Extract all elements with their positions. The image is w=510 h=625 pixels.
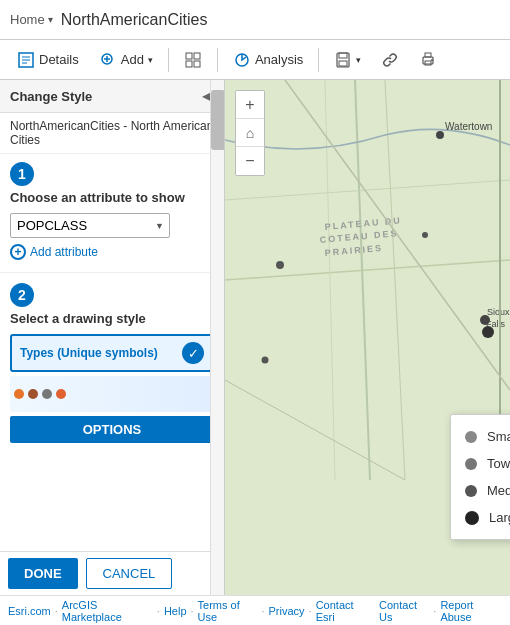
step2-circle: 2 <box>10 283 34 307</box>
style-preview <box>10 376 214 412</box>
town-dot <box>465 458 477 470</box>
analysis-button[interactable]: Analysis <box>224 46 312 74</box>
zoom-out-button[interactable]: − <box>236 147 264 175</box>
svg-rect-10 <box>194 61 200 67</box>
svg-point-18 <box>431 59 433 61</box>
svg-point-31 <box>422 232 428 238</box>
add-attribute-label: Add attribute <box>30 245 98 259</box>
help-link[interactable]: Help <box>164 605 187 617</box>
done-button[interactable]: DONE <box>8 558 78 589</box>
divider1 <box>0 272 224 273</box>
attribute-select-wrapper: POPCLASS <box>10 213 170 238</box>
toolbar: Details Add ▾ Analysis ▾ <box>0 40 510 80</box>
svg-point-30 <box>262 357 269 364</box>
cancel-button[interactable]: CANCEL <box>86 558 173 589</box>
save-icon <box>334 51 352 69</box>
watertown-dot <box>436 131 444 139</box>
privacy-link[interactable]: Privacy <box>269 605 305 617</box>
esri-link[interactable]: Esri.com <box>8 605 51 617</box>
step1-section: 1 Choose an attribute to show POPCLASS +… <box>0 154 224 268</box>
terms-link[interactable]: Terms of Use <box>198 599 258 623</box>
home-label: Home <box>10 12 45 27</box>
preview-dot-4 <box>56 389 66 399</box>
link-icon <box>381 51 399 69</box>
attribute-select[interactable]: POPCLASS <box>10 213 170 238</box>
add-attribute-link[interactable]: + Add attribute <box>10 244 214 260</box>
add-attr-icon: + <box>10 244 26 260</box>
analysis-label: Analysis <box>255 52 303 67</box>
home-chevron-icon: ▾ <box>48 14 53 25</box>
zoom-home-button[interactable]: ⌂ <box>236 119 264 147</box>
save-button[interactable]: ▾ <box>325 46 370 74</box>
separator3 <box>318 48 319 72</box>
contact-esri-link[interactable]: Contact Esri <box>316 599 371 623</box>
separator1 <box>168 48 169 72</box>
save-chevron-icon: ▾ <box>356 55 361 65</box>
page-title: NorthAmericanCities <box>61 11 208 29</box>
map-background: Watertown PLATEAU DU COTEAU DES PRAIRIES… <box>225 80 510 595</box>
svg-point-35 <box>482 326 494 338</box>
add-button[interactable]: Add ▾ <box>90 46 162 74</box>
step2-label: Select a drawing style <box>10 311 214 326</box>
panel-header: Change Style ◀ <box>0 80 224 113</box>
link-button[interactable] <box>372 46 408 74</box>
print-button[interactable] <box>410 46 446 74</box>
add-label: Add <box>121 52 144 67</box>
svg-rect-9 <box>186 61 192 67</box>
left-panel: Change Style ◀ NorthAmericanCities - Nor… <box>0 80 225 595</box>
dropdown-item-small-town: Small Town <box>451 423 510 450</box>
details-button[interactable]: Details <box>8 46 88 74</box>
map-area[interactable]: Watertown PLATEAU DU COTEAU DES PRAIRIES… <box>225 80 510 595</box>
separator2 <box>217 48 218 72</box>
svg-point-29 <box>276 261 284 269</box>
panel-title: Change Style <box>10 89 92 104</box>
zoom-controls: + ⌂ − <box>235 90 265 176</box>
drawing-style-label: Types (Unique symbols) <box>20 346 158 360</box>
details-icon <box>17 51 35 69</box>
large-city-label: Large City <box>489 510 510 525</box>
large-city-dot <box>465 511 479 525</box>
preview-dot-2 <box>28 389 38 399</box>
details-label: Details <box>39 52 79 67</box>
panel-footer: DONE CANCEL <box>0 551 224 595</box>
preview-dot-1 <box>14 389 24 399</box>
town-label: Town <box>487 456 510 471</box>
svg-rect-13 <box>339 53 347 58</box>
main-content: Change Style ◀ NorthAmericanCities - Nor… <box>0 80 510 595</box>
scroll-thumb <box>211 90 225 150</box>
svg-text:Sioux: Sioux <box>487 307 510 317</box>
small-town-label: Small Town <box>487 429 510 444</box>
header: Home ▾ NorthAmericanCities <box>0 0 510 40</box>
dropdown-item-large-city: Large City <box>451 504 510 531</box>
svg-text:Watertown: Watertown <box>445 121 492 132</box>
print-icon <box>419 51 437 69</box>
report-abuse-link[interactable]: Report Abuse <box>440 599 502 623</box>
dropdown-item-town: Town <box>451 450 510 477</box>
svg-rect-7 <box>186 53 192 59</box>
options-button[interactable]: OPTIONS <box>10 416 214 443</box>
contact-us-link[interactable]: Contact Us <box>379 599 429 623</box>
step1-label: Choose an attribute to show <box>10 190 214 205</box>
footer: Esri.com · ArcGIS Marketplace · Help · T… <box>0 595 510 625</box>
home-nav[interactable]: Home ▾ <box>10 12 53 27</box>
grid-button[interactable] <box>175 46 211 74</box>
small-town-dot <box>465 431 477 443</box>
svg-rect-8 <box>194 53 200 59</box>
add-chevron-icon: ▾ <box>148 55 153 65</box>
step1-circle: 1 <box>10 162 34 186</box>
medium-city-label: Medium City <box>487 483 510 498</box>
scrollbar[interactable] <box>210 80 224 595</box>
arcgis-marketplace-link[interactable]: ArcGIS Marketplace <box>62 599 153 623</box>
dropdown-popup: Small Town Town Medium City Large City <box>450 414 510 540</box>
analysis-icon <box>233 51 251 69</box>
drawing-style-card[interactable]: Types (Unique symbols) ✓ <box>10 334 214 372</box>
medium-city-dot <box>465 485 477 497</box>
svg-rect-14 <box>339 61 347 66</box>
step2-section: 2 Select a drawing style Types (Unique s… <box>0 277 224 453</box>
check-icon: ✓ <box>182 342 204 364</box>
preview-dot-3 <box>42 389 52 399</box>
grid-icon <box>184 51 202 69</box>
add-icon <box>99 51 117 69</box>
zoom-in-button[interactable]: + <box>236 91 264 119</box>
layer-name: NorthAmericanCities - North American Cit… <box>0 113 224 154</box>
